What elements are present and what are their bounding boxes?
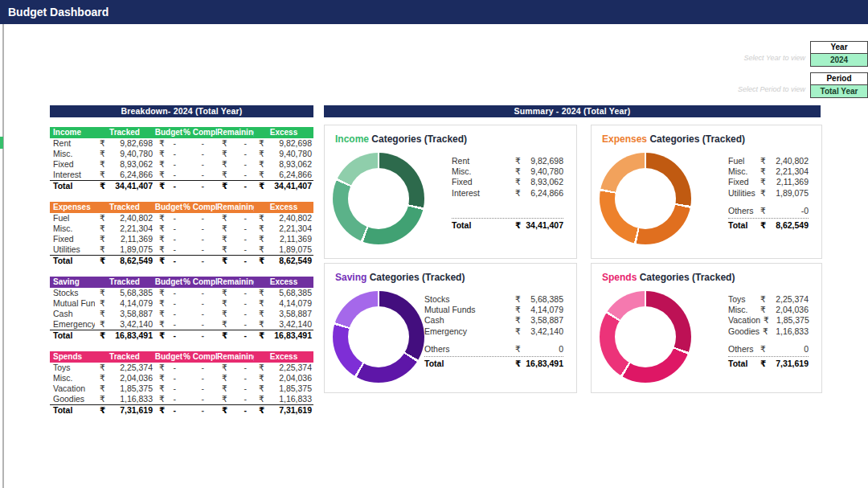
cell-value: 6,24,866 (120, 170, 153, 180)
cell-category: Interest (50, 170, 95, 180)
cell-excess: ₹1,85,375 (254, 383, 313, 394)
legend-label: Others (728, 344, 760, 355)
rupee-symbol: ₹ (159, 256, 165, 267)
column-header-category: Expenses (50, 202, 95, 213)
rupee-symbol: ₹ (760, 166, 768, 177)
column-header: Excess (254, 277, 313, 288)
rupee-symbol: ₹ (222, 244, 227, 255)
cell-excess: ₹1,89,075 (254, 244, 313, 255)
legend-spacer (452, 199, 563, 206)
cell-value: - (174, 223, 177, 234)
cell-value: 3,42,140 (120, 319, 153, 330)
cell-value: 1,89,075 (120, 244, 153, 255)
cell-remaining: ₹- (217, 298, 254, 309)
card-title-accent: Expenses (602, 133, 647, 145)
cell-budget: ₹- (154, 383, 183, 394)
cell-value: - (244, 244, 248, 255)
summary-panel: Summary - 2024 (Total Year) Income Categ… (324, 105, 821, 395)
legend-label: Goodies (728, 326, 763, 337)
rupee-symbol: ₹ (515, 177, 523, 187)
rupee-symbol: ₹ (222, 256, 227, 267)
cell-tracked: ₹6,24,866 (95, 170, 154, 180)
cell-budget: ₹- (154, 244, 183, 255)
legend-others-row (452, 206, 563, 219)
legend-value: 0 (523, 344, 563, 355)
cell-tracked: ₹2,11,369 (95, 234, 154, 244)
cell-excess: ₹16,83,491 (254, 330, 313, 342)
cell-value: - (244, 319, 248, 330)
rupee-symbol: ₹ (100, 309, 105, 319)
cell-budget: ₹- (154, 330, 183, 342)
table-row: Misc.₹2,04,036₹--₹-₹2,04,036 (50, 373, 313, 383)
cell-remaining: ₹- (217, 319, 254, 330)
legend-value: 1,89,075 (768, 188, 809, 199)
year-select[interactable]: 2024 (811, 54, 867, 66)
cell-remaining: ₹- (217, 149, 254, 159)
table-total-row: Total₹8,62,549₹--₹-₹8,62,549 (50, 255, 313, 267)
app-header-bar: Budget Dashboard (0, 0, 868, 24)
cell-budget: ₹- (154, 405, 183, 416)
table-row: Fuel₹2,40,802₹--₹-₹2,40,802 (50, 213, 313, 223)
cell-tracked: ₹3,58,887 (95, 309, 154, 319)
cell-percent-complete: - (183, 213, 217, 223)
legend-label: Total (452, 220, 515, 231)
cell-remaining: ₹- (217, 244, 254, 255)
rupee-symbol: ₹ (100, 373, 105, 383)
cell-value: 9,40,780 (120, 149, 153, 159)
cell-budget: ₹- (154, 288, 183, 298)
cell-value: - (244, 405, 248, 416)
cell-value: - (174, 330, 177, 342)
cell-value: 1,85,375 (279, 383, 312, 394)
column-header: Budget (154, 351, 183, 363)
cell-value: - (174, 309, 177, 319)
rupee-symbol: ₹ (100, 383, 105, 394)
legend-label: Mutual Funds (424, 305, 515, 315)
rupee-symbol: ₹ (259, 394, 264, 404)
legend-value: 9,82,698 (523, 156, 563, 166)
cell-remaining: ₹- (217, 234, 254, 244)
rupee-symbol: ₹ (259, 363, 264, 373)
cell-tracked: ₹2,25,374 (95, 363, 154, 373)
legend-value: 8,62,549 (768, 220, 809, 231)
cell-percent-complete: - (183, 223, 217, 234)
cell-value: - (244, 223, 248, 234)
rupee-symbol: ₹ (760, 294, 768, 305)
cell-value: - (244, 170, 248, 180)
legend-value: 1,16,833 (768, 326, 809, 337)
cell-category: Vacation (50, 383, 95, 394)
cell-budget: ₹- (154, 138, 183, 149)
legend-value: 2,11,369 (768, 177, 809, 187)
legend-row: Toys₹2,25,374 (728, 294, 809, 305)
legend-row: Stocks₹5,68,385 (424, 294, 563, 305)
legend-row: Goodies₹1,16,833 (728, 326, 809, 337)
rupee-symbol: ₹ (159, 298, 165, 309)
cell-remaining: ₹- (217, 288, 254, 298)
cell-value: 8,62,549 (120, 256, 153, 267)
cell-value: - (174, 373, 177, 383)
cell-budget: ₹- (154, 298, 183, 309)
donut-chart-income (333, 153, 424, 244)
period-select[interactable]: Total Year (811, 85, 867, 97)
cell-value: 8,93,062 (120, 159, 153, 170)
rupee-symbol: ₹ (222, 223, 227, 234)
cell-value: 8,62,549 (279, 256, 312, 267)
rupee-symbol: ₹ (259, 373, 264, 383)
legend-row: Misc.₹9,40,780 (452, 166, 563, 177)
rupee-symbol: ₹ (222, 170, 227, 180)
cell-excess: ₹4,14,079 (254, 298, 313, 309)
rupee-symbol: ₹ (222, 405, 227, 416)
column-header-category: Saving (50, 277, 95, 288)
rupee-symbol: ₹ (222, 363, 227, 373)
cell-value: - (244, 138, 248, 149)
cell-percent-complete: - (183, 394, 217, 404)
rupee-symbol: ₹ (222, 288, 227, 298)
cell-category: Misc. (50, 149, 95, 159)
cell-value: 2,21,304 (120, 223, 153, 234)
card-title-rest: Categories (Tracked) (366, 272, 465, 283)
rupee-symbol: ₹ (100, 256, 105, 267)
column-header: Budget (154, 127, 183, 138)
cell-tracked: ₹2,40,802 (95, 213, 154, 223)
cell-value: - (244, 363, 248, 373)
cell-remaining: ₹- (217, 159, 254, 170)
cell-category: Rent (50, 138, 95, 149)
